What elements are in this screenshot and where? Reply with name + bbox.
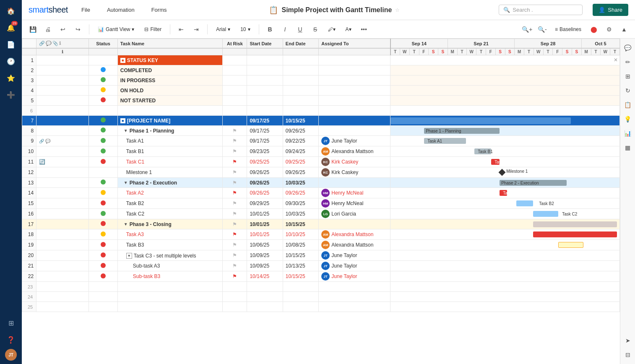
rs-chat-icon[interactable]: 💬 xyxy=(622,42,634,54)
baselines-button[interactable]: ≡ Baselines xyxy=(552,25,585,34)
nav-automation[interactable]: Automation xyxy=(104,5,138,15)
row-number: 17 xyxy=(22,219,36,229)
text-color-button[interactable]: A▾ xyxy=(342,25,355,34)
row-icons xyxy=(36,146,89,157)
col-icons-header: 🔗 💬 📎 ℹ xyxy=(36,39,89,49)
sidebar-apps-icon[interactable]: ⊞ xyxy=(3,315,18,330)
sheet-title: Simple Project with Gantt Timeline xyxy=(281,6,392,14)
phase1-bar: Phase 1 - Planning xyxy=(424,128,500,134)
user-avatar[interactable]: JT xyxy=(5,349,17,361)
end-date-col-header: End Date xyxy=(283,39,318,49)
d-sep14-w: W xyxy=(400,48,409,55)
redo-button[interactable]: ↪ xyxy=(72,23,84,35)
gantt-sep14-header: Sep 14 xyxy=(390,39,448,49)
row-task: NOT STARTED xyxy=(117,96,223,106)
search-icon: 🔍 xyxy=(503,7,510,13)
font-size-selector[interactable]: 10 ▾ xyxy=(237,25,253,34)
rs-history-icon[interactable]: ↻ xyxy=(622,85,634,96)
sidebar-recent-icon[interactable]: 🕐 xyxy=(3,54,18,69)
font-selector[interactable]: Arial ▾ xyxy=(213,25,234,34)
critical-path-button[interactable]: ⬤ xyxy=(588,23,600,35)
row-atrisk: ⚑ xyxy=(223,116,247,126)
rs-edit-icon[interactable]: ✏ xyxy=(622,56,634,68)
indent-inc-button[interactable]: ⇥ xyxy=(190,23,202,35)
favorite-icon[interactable]: ☆ xyxy=(395,7,400,13)
row-start: 10/09/25 xyxy=(247,250,283,261)
row-number: 3 xyxy=(22,75,36,86)
divider-3 xyxy=(207,24,208,34)
table-row: 11 🔄 Task C1 ⚑ 09/25/25 09/25/25 KC Kirk… xyxy=(22,157,620,167)
italic-button[interactable]: I xyxy=(279,23,291,35)
row-task: Task C1 xyxy=(117,157,223,167)
sidebar-home-icon[interactable]: 🏠 xyxy=(3,3,18,18)
nav-forms[interactable]: Forms xyxy=(148,5,170,15)
highlight-color-button[interactable]: 🖊▾ xyxy=(325,25,339,34)
status-dot-yellow xyxy=(101,87,106,92)
row-number: 10 xyxy=(22,146,36,157)
search-box[interactable]: 🔍 Search . xyxy=(499,5,583,15)
settings-button[interactable]: ⚙ xyxy=(603,23,615,35)
gantt-oct5-header: Oct 5 xyxy=(581,39,619,49)
undo-button[interactable]: ↩ xyxy=(57,23,69,35)
sidebar-sheets-icon[interactable]: 📄 xyxy=(3,37,18,52)
assignee-name: Alexandra Mattson xyxy=(331,231,373,237)
row-status xyxy=(89,86,117,96)
row-gantt xyxy=(390,96,620,106)
rs-send-icon[interactable]: ➤ xyxy=(622,335,634,346)
status-dot-yellow xyxy=(101,190,106,195)
sheet-area[interactable]: 🔗 💬 📎 ℹ Status Task Name xyxy=(22,39,620,364)
strikethrough-button[interactable]: S xyxy=(310,23,321,35)
row-status xyxy=(89,229,117,240)
taskc2-label: Task C2 xyxy=(535,212,577,216)
sidebar-notification-icon[interactable]: 🔔 29 xyxy=(3,20,18,35)
row-assigned xyxy=(319,219,390,229)
underline-button[interactable]: U xyxy=(294,23,306,35)
more-options-button[interactable]: ••• xyxy=(358,23,370,35)
row-icons xyxy=(36,167,89,178)
status-dot-red xyxy=(101,252,106,257)
info-small-icon: ℹ xyxy=(62,49,63,54)
rs-report-icon[interactable]: 📋 xyxy=(622,99,634,111)
zoom-out-button[interactable]: 🔍- xyxy=(536,23,548,35)
share-button[interactable]: 👤 Share xyxy=(593,4,628,16)
table-row: 23 xyxy=(22,282,620,292)
filter-button[interactable]: ⊟ Filter xyxy=(141,25,165,34)
row-start: 09/25/25 xyxy=(247,157,283,167)
row-assigned: JT June Taylor xyxy=(319,136,390,146)
assignee-name: Henry McNeal xyxy=(331,190,363,196)
d-sep21-w: W xyxy=(467,48,476,55)
rs-layout-icon[interactable]: ⊞ xyxy=(622,70,634,82)
bold-button[interactable]: B xyxy=(264,23,276,35)
zoom-in-button[interactable]: 🔍+ xyxy=(521,23,533,35)
d-sep14-s1: S xyxy=(429,48,438,55)
rs-grid-icon[interactable]: ▦ xyxy=(622,142,634,153)
row-task: COMPLETED xyxy=(117,65,223,75)
save-button[interactable]: 💾 xyxy=(27,23,39,35)
avatar-kc: KC xyxy=(321,168,330,177)
rs-expand-icon[interactable]: ⊟ xyxy=(622,349,634,361)
row-status xyxy=(89,65,117,75)
assignee-cell: JT June Taylor xyxy=(321,251,388,260)
row-assigned xyxy=(319,106,390,116)
indent-dec-button[interactable]: ⇤ xyxy=(175,23,187,35)
close-icon[interactable]: ✕ xyxy=(614,57,618,63)
taskb1-bar: Task B1 xyxy=(474,148,491,154)
collapse-button[interactable]: ▲ xyxy=(618,23,630,35)
print-button[interactable]: 🖨 xyxy=(42,23,54,35)
rs-insights-icon[interactable]: 💡 xyxy=(622,113,634,125)
row-status xyxy=(89,188,117,198)
taskc2-bar: Task C2 xyxy=(533,211,558,217)
top-nav: smartsheet File Automation Forms 📋 Simpl… xyxy=(22,0,635,20)
row-end xyxy=(283,86,318,96)
gantt-view-button[interactable]: 📊 Gantt View ▾ xyxy=(94,25,138,34)
sidebar-add-icon[interactable]: ➕ xyxy=(3,87,18,102)
flag-icon: ⚑ xyxy=(232,273,237,279)
d-sep14-s2: S xyxy=(438,48,448,55)
row-gantt xyxy=(390,86,620,96)
sidebar-help-icon[interactable]: ❓ xyxy=(3,332,18,347)
nav-file[interactable]: File xyxy=(78,5,94,15)
row-atrisk: ⚑ xyxy=(223,167,247,178)
assignee-name: Alexandra Mattson xyxy=(331,148,373,154)
rs-chart-icon[interactable]: 📊 xyxy=(622,127,634,139)
sidebar-favorites-icon[interactable]: ⭐ xyxy=(3,70,18,86)
